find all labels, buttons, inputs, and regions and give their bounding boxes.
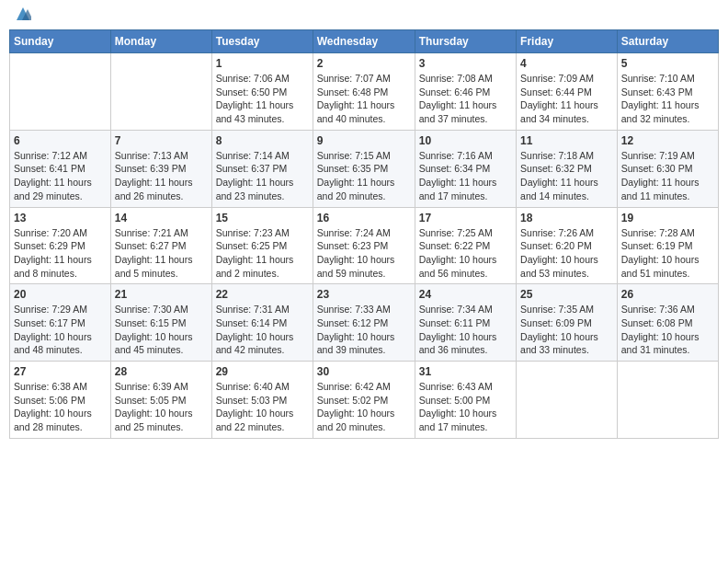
logo [13, 9, 31, 22]
calendar-cell: 17Sunrise: 7:25 AM Sunset: 6:22 PM Dayli… [415, 207, 516, 284]
day-info: Sunrise: 7:35 AM Sunset: 6:09 PM Dayligh… [520, 303, 613, 357]
day-info: Sunrise: 7:19 AM Sunset: 6:30 PM Dayligh… [621, 149, 714, 203]
calendar-cell: 5Sunrise: 7:10 AM Sunset: 6:43 PM Daylig… [617, 53, 718, 131]
day-info: Sunrise: 7:14 AM Sunset: 6:37 PM Dayligh… [216, 149, 309, 203]
calendar-cell: 15Sunrise: 7:23 AM Sunset: 6:25 PM Dayli… [211, 207, 313, 284]
day-number: 31 [419, 365, 512, 378]
day-number: 11 [520, 134, 613, 147]
day-info: Sunrise: 6:40 AM Sunset: 5:03 PM Dayligh… [216, 380, 309, 434]
day-number: 18 [520, 212, 613, 224]
day-header-sunday: Sunday [10, 30, 111, 53]
day-number: 14 [115, 212, 208, 224]
day-number: 17 [419, 212, 512, 224]
day-number: 6 [14, 134, 107, 147]
day-info: Sunrise: 7:31 AM Sunset: 6:14 PM Dayligh… [216, 303, 309, 357]
calendar-cell: 16Sunrise: 7:24 AM Sunset: 6:23 PM Dayli… [313, 207, 415, 284]
calendar-week-4: 20Sunrise: 7:29 AM Sunset: 6:17 PM Dayli… [10, 284, 719, 362]
day-number: 7 [115, 134, 208, 147]
calendar-cell: 2Sunrise: 7:07 AM Sunset: 6:48 PM Daylig… [313, 53, 415, 131]
day-header-tuesday: Tuesday [211, 30, 313, 53]
day-header-friday: Friday [517, 30, 618, 53]
day-info: Sunrise: 7:08 AM Sunset: 6:46 PM Dayligh… [419, 72, 512, 126]
day-number: 3 [419, 57, 512, 70]
day-number: 21 [115, 288, 208, 301]
day-header-saturday: Saturday [617, 30, 718, 53]
calendar-cell: 8Sunrise: 7:14 AM Sunset: 6:37 PM Daylig… [211, 130, 313, 207]
day-info: Sunrise: 7:21 AM Sunset: 6:27 PM Dayligh… [115, 226, 208, 281]
calendar-cell: 31Sunrise: 6:43 AM Sunset: 5:00 PM Dayli… [415, 362, 516, 439]
calendar-week-1: 1Sunrise: 7:06 AM Sunset: 6:50 PM Daylig… [10, 53, 719, 131]
day-info: Sunrise: 7:33 AM Sunset: 6:12 PM Dayligh… [317, 303, 411, 357]
day-number: 25 [520, 288, 613, 301]
calendar-header-row: SundayMondayTuesdayWednesdayThursdayFrid… [10, 30, 719, 53]
calendar-cell: 9Sunrise: 7:15 AM Sunset: 6:35 PM Daylig… [313, 130, 415, 207]
day-info: Sunrise: 7:29 AM Sunset: 6:17 PM Dayligh… [14, 303, 107, 357]
day-number: 16 [317, 212, 411, 224]
calendar-cell [517, 362, 618, 439]
day-header-wednesday: Wednesday [313, 30, 415, 53]
day-info: Sunrise: 7:25 AM Sunset: 6:22 PM Dayligh… [419, 226, 512, 281]
day-info: Sunrise: 7:20 AM Sunset: 6:29 PM Dayligh… [14, 226, 107, 281]
calendar-cell: 11Sunrise: 7:18 AM Sunset: 6:32 PM Dayli… [517, 130, 618, 207]
day-number: 29 [216, 365, 309, 378]
day-number: 20 [14, 288, 107, 301]
day-number: 5 [621, 57, 714, 70]
day-number: 30 [317, 365, 411, 378]
calendar-cell: 1Sunrise: 7:06 AM Sunset: 6:50 PM Daylig… [211, 53, 313, 131]
calendar-cell: 26Sunrise: 7:36 AM Sunset: 6:08 PM Dayli… [617, 284, 718, 362]
day-number: 4 [520, 57, 613, 70]
day-number: 19 [621, 212, 714, 224]
day-number: 27 [14, 365, 107, 378]
calendar-table: SundayMondayTuesdayWednesdayThursdayFrid… [9, 29, 719, 439]
day-info: Sunrise: 6:42 AM Sunset: 5:02 PM Dayligh… [317, 380, 411, 434]
day-number: 9 [317, 134, 411, 147]
logo-icon [15, 6, 31, 22]
calendar-cell: 25Sunrise: 7:35 AM Sunset: 6:09 PM Dayli… [517, 284, 618, 362]
day-info: Sunrise: 7:23 AM Sunset: 6:25 PM Dayligh… [216, 226, 309, 281]
calendar-cell [617, 362, 718, 439]
day-header-monday: Monday [110, 30, 211, 53]
calendar-cell: 7Sunrise: 7:13 AM Sunset: 6:39 PM Daylig… [110, 130, 211, 207]
calendar-week-3: 13Sunrise: 7:20 AM Sunset: 6:29 PM Dayli… [10, 207, 719, 284]
day-info: Sunrise: 6:38 AM Sunset: 5:06 PM Dayligh… [14, 380, 107, 434]
calendar-cell: 18Sunrise: 7:26 AM Sunset: 6:20 PM Dayli… [517, 207, 618, 284]
day-info: Sunrise: 7:26 AM Sunset: 6:20 PM Dayligh… [520, 226, 613, 281]
calendar-week-2: 6Sunrise: 7:12 AM Sunset: 6:41 PM Daylig… [10, 130, 719, 207]
calendar-cell: 30Sunrise: 6:42 AM Sunset: 5:02 PM Dayli… [313, 362, 415, 439]
calendar-cell [110, 53, 211, 131]
calendar-cell: 3Sunrise: 7:08 AM Sunset: 6:46 PM Daylig… [415, 53, 516, 131]
day-info: Sunrise: 7:06 AM Sunset: 6:50 PM Dayligh… [216, 72, 309, 126]
calendar-cell: 27Sunrise: 6:38 AM Sunset: 5:06 PM Dayli… [10, 362, 111, 439]
day-number: 23 [317, 288, 411, 301]
day-info: Sunrise: 7:12 AM Sunset: 6:41 PM Dayligh… [14, 149, 107, 203]
day-info: Sunrise: 7:07 AM Sunset: 6:48 PM Dayligh… [317, 72, 411, 126]
day-number: 26 [621, 288, 714, 301]
page-header [9, 9, 719, 22]
day-number: 13 [14, 212, 107, 224]
day-number: 28 [115, 365, 208, 378]
day-number: 22 [216, 288, 309, 301]
calendar-cell: 4Sunrise: 7:09 AM Sunset: 6:44 PM Daylig… [517, 53, 618, 131]
day-info: Sunrise: 7:34 AM Sunset: 6:11 PM Dayligh… [419, 303, 512, 357]
day-info: Sunrise: 7:18 AM Sunset: 6:32 PM Dayligh… [520, 149, 613, 203]
day-number: 15 [216, 212, 309, 224]
day-number: 1 [216, 57, 309, 70]
calendar-cell: 23Sunrise: 7:33 AM Sunset: 6:12 PM Dayli… [313, 284, 415, 362]
day-info: Sunrise: 6:39 AM Sunset: 5:05 PM Dayligh… [115, 380, 208, 434]
day-info: Sunrise: 7:15 AM Sunset: 6:35 PM Dayligh… [317, 149, 411, 203]
day-info: Sunrise: 7:10 AM Sunset: 6:43 PM Dayligh… [621, 72, 714, 126]
day-info: Sunrise: 7:28 AM Sunset: 6:19 PM Dayligh… [621, 226, 714, 281]
calendar-cell: 12Sunrise: 7:19 AM Sunset: 6:30 PM Dayli… [617, 130, 718, 207]
calendar-week-5: 27Sunrise: 6:38 AM Sunset: 5:06 PM Dayli… [10, 362, 719, 439]
day-info: Sunrise: 7:09 AM Sunset: 6:44 PM Dayligh… [520, 72, 613, 126]
calendar-cell: 28Sunrise: 6:39 AM Sunset: 5:05 PM Dayli… [110, 362, 211, 439]
day-number: 2 [317, 57, 411, 70]
day-info: Sunrise: 7:16 AM Sunset: 6:34 PM Dayligh… [419, 149, 512, 203]
day-number: 24 [419, 288, 512, 301]
calendar-cell: 21Sunrise: 7:30 AM Sunset: 6:15 PM Dayli… [110, 284, 211, 362]
calendar-cell: 24Sunrise: 7:34 AM Sunset: 6:11 PM Dayli… [415, 284, 516, 362]
day-info: Sunrise: 7:13 AM Sunset: 6:39 PM Dayligh… [115, 149, 208, 203]
calendar-cell: 14Sunrise: 7:21 AM Sunset: 6:27 PM Dayli… [110, 207, 211, 284]
calendar-cell: 6Sunrise: 7:12 AM Sunset: 6:41 PM Daylig… [10, 130, 111, 207]
day-info: Sunrise: 6:43 AM Sunset: 5:00 PM Dayligh… [419, 380, 512, 434]
